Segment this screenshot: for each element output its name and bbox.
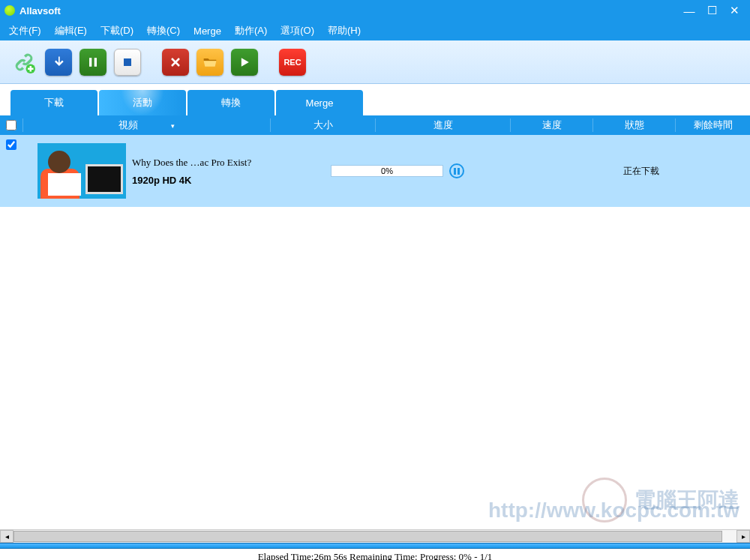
download-button[interactable] xyxy=(45,49,72,76)
col-status[interactable]: 狀態 xyxy=(592,118,675,132)
col-speed[interactable]: 速度 xyxy=(510,118,592,132)
col-size[interactable]: 大小 xyxy=(270,118,375,132)
menu-file[interactable]: 文件(F) xyxy=(9,24,41,37)
global-progress-bar xyxy=(0,543,750,549)
col-video[interactable]: 視頻 ▾ xyxy=(22,118,270,132)
titlebar: Allavsoft — ☐ ✕ xyxy=(0,0,750,21)
menu-edit[interactable]: 編輯(E) xyxy=(55,24,87,37)
row-pause-icon[interactable] xyxy=(449,163,464,178)
video-thumbnail xyxy=(38,143,126,199)
column-header: 視頻 ▾ 大小 進度 速度 狀態 剩餘時間 xyxy=(0,115,750,135)
record-label: REC xyxy=(284,58,301,67)
status-bar: Elapsed Time:26m 56s Remaining Time: Pro… xyxy=(0,549,750,560)
minimize-button[interactable]: — xyxy=(678,4,700,17)
select-all-checkbox[interactable] xyxy=(6,120,16,130)
app-title: Allavsoft xyxy=(20,5,678,16)
menu-download[interactable]: 下載(D) xyxy=(100,24,134,37)
tab-strip: 下載 活動 轉換 Merge xyxy=(0,84,750,115)
video-quality: 1920p HD 4K xyxy=(132,175,278,186)
menu-merge[interactable]: Merge xyxy=(194,25,221,37)
svg-rect-3 xyxy=(124,58,131,66)
app-logo-icon xyxy=(4,5,15,16)
svg-rect-1 xyxy=(89,58,92,67)
toolbar: REC xyxy=(0,40,750,84)
scrollbar-thumb[interactable] xyxy=(14,531,722,542)
download-list: Why Does the …ac Pro Exist? 1920p HD 4K … xyxy=(0,135,750,543)
svg-rect-2 xyxy=(94,58,97,67)
play-button[interactable] xyxy=(231,49,258,76)
list-item[interactable]: Why Does the …ac Pro Exist? 1920p HD 4K … xyxy=(0,135,750,207)
close-button[interactable]: ✕ xyxy=(723,4,746,17)
menubar: 文件(F) 編輯(E) 下載(D) 轉換(C) Merge 動作(A) 選項(O… xyxy=(0,21,750,40)
video-meta: Why Does the …ac Pro Exist? 1920p HD 4K xyxy=(132,157,278,186)
row-status: 正在下載 xyxy=(600,165,682,178)
record-button[interactable]: REC xyxy=(279,49,306,76)
maximize-button[interactable]: ☐ xyxy=(700,4,723,17)
scroll-right-icon[interactable]: ▸ xyxy=(736,530,750,543)
tab-convert[interactable]: 轉換 xyxy=(188,90,274,115)
pause-button[interactable] xyxy=(80,49,106,76)
menu-options[interactable]: 選項(O) xyxy=(280,24,314,37)
menu-convert[interactable]: 轉換(C) xyxy=(147,24,180,37)
menu-help[interactable]: 帮助(H) xyxy=(328,24,361,37)
tab-download[interactable]: 下載 xyxy=(10,90,98,115)
tab-merge[interactable]: Merge xyxy=(276,90,363,115)
paste-url-button[interactable] xyxy=(10,49,38,76)
scroll-left-icon[interactable]: ◂ xyxy=(0,530,14,543)
col-progress[interactable]: 進度 xyxy=(375,118,510,132)
row-checkbox[interactable] xyxy=(6,139,16,150)
delete-button[interactable] xyxy=(162,49,189,76)
open-folder-button[interactable] xyxy=(196,49,224,76)
video-title: Why Does the …ac Pro Exist? xyxy=(132,157,278,169)
col-remain[interactable]: 剩餘時間 xyxy=(675,118,750,132)
stop-button[interactable] xyxy=(114,49,141,76)
tab-activity[interactable]: 活動 xyxy=(99,90,186,115)
progress-bar: 0% xyxy=(331,165,443,177)
menu-action[interactable]: 動作(A) xyxy=(235,24,267,37)
horizontal-scrollbar[interactable]: ◂ ▸ xyxy=(0,529,750,543)
